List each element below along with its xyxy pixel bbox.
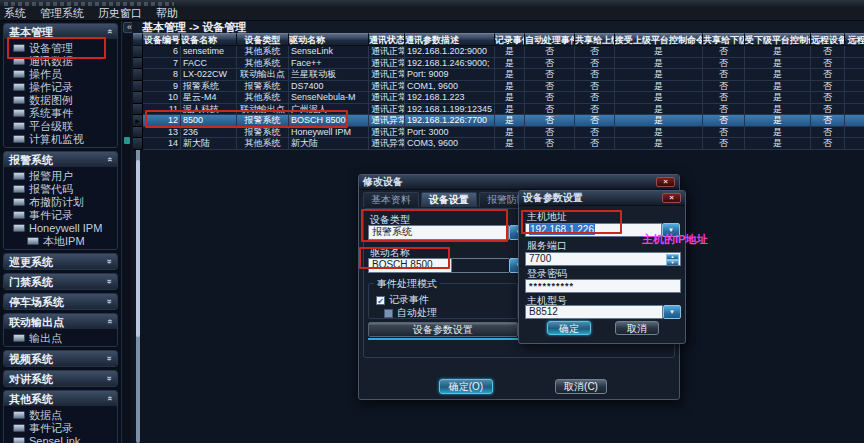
table-row-device-8[interactable]: 8LX-022CW联动输出点兰星联动板通讯正常Port: 9009是否否是否是否 xyxy=(133,69,864,81)
close-icon[interactable]: × xyxy=(656,177,675,187)
row-selector[interactable] xyxy=(133,58,143,70)
column-header-通讯参数描述[interactable]: 通讯参数描述 xyxy=(405,33,495,46)
chevron-down-icon[interactable]: ▼ xyxy=(663,305,681,319)
sidebar-item-报警用户[interactable]: 报警用户 xyxy=(4,169,117,182)
row-selector[interactable] xyxy=(133,81,143,93)
sidebar-item-输出点[interactable]: 输出点 xyxy=(4,331,117,344)
record-event-checkbox[interactable]: ✔ 记录事件 xyxy=(376,293,429,307)
column-header-设备编号[interactable]: 设备编号 xyxy=(143,33,181,46)
close-icon[interactable]: × xyxy=(662,193,681,203)
sidebar-item-通讯数据[interactable]: 通讯数据 xyxy=(4,54,117,67)
port-spinner[interactable]: ▲ ▼ xyxy=(666,254,679,266)
host-address-field[interactable]: 192.168.1.226 xyxy=(525,223,662,237)
table-row-device-12[interactable]: ▶128500报警系统BOSCH 8500通讯异常192.168.1.226:7… xyxy=(133,115,864,127)
ok-button[interactable]: 确定(O) xyxy=(439,379,493,394)
column-header-通讯状态[interactable]: 通讯状态 xyxy=(369,33,405,46)
section-label: 停车场系统 xyxy=(9,295,64,309)
menu-item-系统[interactable]: 系统 xyxy=(4,7,34,20)
table-row-device-9[interactable]: 9报警系统报警系统DS7400通讯正常COM1, 9600是否否是否是否 xyxy=(133,81,864,93)
column-header-远程设备[interactable]: 远程设备 xyxy=(811,33,845,46)
column-header-驱动名称[interactable]: 驱动名称 xyxy=(289,33,369,46)
sidebar-item-本地IPM[interactable]: 本地IPM xyxy=(4,234,117,247)
row-selector[interactable] xyxy=(133,138,143,150)
device-type-value[interactable]: 报警系统 xyxy=(368,225,509,240)
sidebar-section-header-对讲系统[interactable]: 对讲系统« xyxy=(4,371,117,386)
host-address-combo[interactable]: 192.168.1.226 ▼ xyxy=(525,223,680,237)
sidebar-section-header-基本管理[interactable]: 基本管理« xyxy=(4,24,117,39)
table-row-device-7[interactable]: 7FACC其他系统Face++通讯正常192.168.1.246:9000;是否… xyxy=(133,58,864,70)
service-port-field[interactable]: 7700 ▲ ▼ xyxy=(525,252,681,266)
device-type-combo[interactable]: 报警系统 ▼ xyxy=(368,225,528,240)
sidebar-item-报警代码[interactable]: 报警代码 xyxy=(4,182,117,195)
table-row-device-10[interactable]: 10星云-M4其他系统SenseNebula-M通讯正常192.168.1.22… xyxy=(133,92,864,104)
sidebar-item-数据点[interactable]: 数据点 xyxy=(4,408,117,421)
table-row-device-6[interactable]: 6sensetime其他系统SenseLink通讯正常192.168.1.202… xyxy=(133,46,864,58)
sidebar-item-数据图例[interactable]: 数据图例 xyxy=(4,93,117,106)
spin-down-icon[interactable]: ▼ xyxy=(666,260,679,266)
menu-item-管理系统[interactable]: 管理系统 xyxy=(40,7,92,20)
vertical-scrollbar-thumb[interactable] xyxy=(136,160,140,337)
sidebar-scrollbar-thumb[interactable] xyxy=(124,137,130,144)
login-password-field[interactable]: ********** xyxy=(525,279,681,293)
menu-item-历史窗口[interactable]: 历史窗口 xyxy=(98,7,150,20)
sidebar-item-操作记录[interactable]: 操作记录 xyxy=(4,80,117,93)
checkbox-checked-icon[interactable]: ✔ xyxy=(376,296,385,305)
column-header-设备名称[interactable]: 设备名称 xyxy=(181,33,237,46)
sidebar-item-事件记录[interactable]: 事件记录 xyxy=(4,208,117,221)
driver-name-combo[interactable]: BOSCH 8500 ▼ xyxy=(368,258,528,273)
checkbox-filled-icon[interactable] xyxy=(384,309,393,318)
row-selector[interactable] xyxy=(133,69,143,81)
column-header-自动处理事件[interactable]: 自动处理事件 xyxy=(525,33,575,46)
column-header-记录事件[interactable]: 记录事件 xyxy=(495,33,525,46)
sidebar-item-SenseLink[interactable]: SenseLink xyxy=(4,434,117,443)
section-label: 基本管理 xyxy=(9,25,53,39)
cancel-button[interactable]: 取消(C) xyxy=(555,379,607,394)
column-header-受下级平台控制命[interactable]: 受下级平台控制命 xyxy=(745,33,811,46)
driver-name-value[interactable]: BOSCH 8500 xyxy=(368,258,452,273)
host-model-combo[interactable]: B8512 ▼ xyxy=(525,305,681,319)
sidebar-section-header-联动输出点[interactable]: 联动输出点« xyxy=(4,314,117,329)
menu-item-帮助[interactable]: 帮助 xyxy=(156,7,186,20)
sidebar-item-平台级联[interactable]: 平台级联 xyxy=(4,119,117,132)
table-row-device-13[interactable]: 13236报警系统Honeywell IPM通讯正常Port: 3000是否否是… xyxy=(133,127,864,139)
device-params-button[interactable]: 设备参数设置 xyxy=(368,322,518,337)
column-header-接受上级平台控制命令[interactable]: 接受上级平台控制命令 xyxy=(615,33,703,46)
sidebar-section-header-报警系统[interactable]: 报警系统« xyxy=(4,152,117,167)
column-header-远程[interactable]: 远程 xyxy=(845,33,864,46)
row-selector[interactable] xyxy=(133,92,143,104)
row-selector[interactable]: ▶ xyxy=(133,115,143,127)
tab-设备设置[interactable]: 设备设置 xyxy=(421,192,477,207)
row-selector[interactable] xyxy=(133,127,143,139)
cell xyxy=(845,92,864,104)
sidebar-section-header-巡更系统[interactable]: 巡更系统« xyxy=(4,254,117,269)
sidebar-section-header-其他系统[interactable]: 其他系统« xyxy=(4,391,117,406)
host-model-value[interactable]: B8512 xyxy=(525,305,663,319)
sidebar-item-布撤防计划[interactable]: 布撤防计划 xyxy=(4,195,117,208)
cancel-button[interactable]: 取消 xyxy=(615,321,659,335)
sidebar-section-header-视频系统[interactable]: 视频系统« xyxy=(4,351,117,366)
row-selector[interactable] xyxy=(133,104,143,116)
table-row-device-14[interactable]: 14新大陆其他系统新大陆通讯异常COM3, 9600是否否是否是否 xyxy=(133,138,864,150)
column-header-selector[interactable] xyxy=(133,33,143,46)
sidebar-item-计算机监视[interactable]: 计算机监视 xyxy=(4,132,117,145)
sidebar-item-设备管理[interactable]: 设备管理 xyxy=(4,41,117,54)
column-header-共享给下级[interactable]: 共享给下级 xyxy=(703,33,745,46)
cell: 通讯正常 xyxy=(369,104,405,116)
column-header-设备类型[interactable]: 设备类型 xyxy=(237,33,289,46)
sidebar-item-系统事件[interactable]: 系统事件 xyxy=(4,106,117,119)
table-row-device-11[interactable]: 11泥人科技联动输出点广州泥人通讯正常192.168.1.199:12345是否… xyxy=(133,104,864,116)
tab-基本资料[interactable]: 基本资料 xyxy=(363,192,419,207)
row-selector[interactable] xyxy=(133,46,143,58)
cell: 否 xyxy=(811,127,845,139)
ok-button[interactable]: 确定 xyxy=(547,321,591,335)
sidebar-scrollbar[interactable] xyxy=(123,34,131,443)
sidebar-section-header-门禁系统[interactable]: 门禁系统« xyxy=(4,274,117,289)
chevron-down-icon[interactable]: ▼ xyxy=(662,223,680,237)
sidebar-item-事件记录[interactable]: 事件记录 xyxy=(4,421,117,434)
cell: 报警系统 xyxy=(237,115,289,127)
sidebar-section-header-停车场系统[interactable]: 停车场系统« xyxy=(4,294,117,309)
sidebar-item-操作员[interactable]: 操作员 xyxy=(4,67,117,80)
column-header-共享给上级[interactable]: 共享给上级 xyxy=(575,33,615,46)
sidebar-item-Honeywell IPM[interactable]: Honeywell IPM xyxy=(4,221,117,234)
auto-process-checkbox[interactable]: 自动处理 xyxy=(384,306,437,320)
